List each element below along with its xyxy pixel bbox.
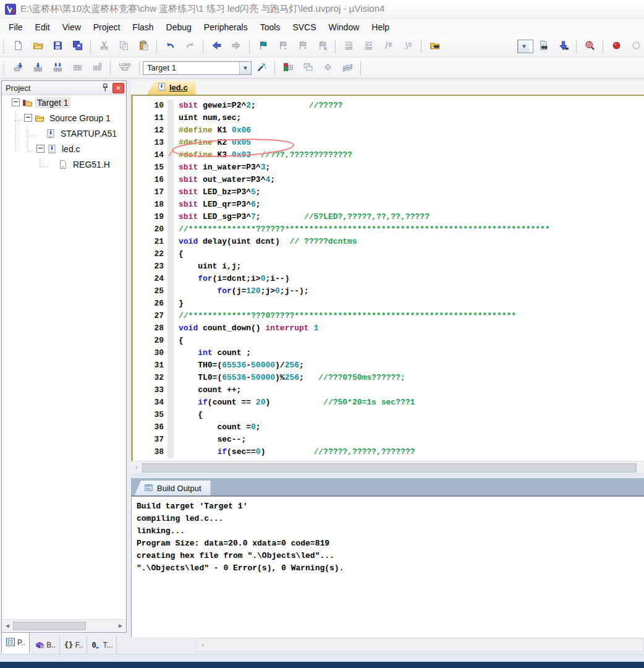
cut-button[interactable] [95,38,113,55]
panel-splitter[interactable] [131,473,644,477]
debug-session-button[interactable]: d [580,38,599,55]
navigate-back-button[interactable] [207,38,226,55]
scroll-left-icon[interactable]: ◄ [2,620,13,632]
indent-right-button[interactable] [359,38,378,55]
close-icon[interactable]: ✕ [112,83,124,93]
tree-item-target-1[interactable]: Target 1 [2,95,126,110]
scrollbar-thumb[interactable] [13,622,86,630]
panel-tab-f[interactable]: {}F.. [60,636,88,654]
paste-button[interactable] [134,38,153,55]
project-horizontal-scrollbar[interactable]: ◄ ► [2,619,126,632]
menu-view[interactable]: View [56,20,87,35]
project-tree[interactable]: Target 1Source Group 1STARTUP.A51led.cRE… [2,95,126,620]
quick-find-combo[interactable]: ▼ [517,40,533,53]
new-file-button[interactable] [9,38,27,55]
stop-build-button[interactable] [88,59,106,76]
find-next-button[interactable] [554,38,572,55]
menu-tools[interactable]: Tools [254,20,287,35]
chevron-down-icon[interactable]: ▼ [518,40,530,53]
scroll-left-icon[interactable]: ‹ [131,462,142,473]
window-cascade-button[interactable] [299,59,317,76]
scroll-right-icon[interactable]: ► [115,620,126,632]
panel-tab-label: P.. [17,638,25,647]
tab-led-c[interactable]: led.c [147,80,196,95]
comment-button[interactable] [379,38,397,55]
save-all-button[interactable] [68,38,87,55]
gutter-margin [167,149,174,161]
editor-horizontal-scrollbar[interactable]: ‹ [131,461,644,474]
menu-help[interactable]: Help [365,20,396,35]
panel-tab-b[interactable]: ?B.. [31,636,60,654]
rebuild-button[interactable] [48,59,67,76]
build-output-scrollbar[interactable]: ‹ [197,638,644,652]
menu-edit[interactable]: Edit [29,20,56,35]
redo-button[interactable] [180,38,199,55]
bookmark-next-button[interactable] [293,38,311,55]
navigate-forward-button[interactable] [227,38,245,55]
code-line-36: 36 count =0; [133,421,644,434]
tree-item-startup-a51[interactable]: STARTUP.A51 [2,126,126,141]
undo-button[interactable] [161,38,179,55]
target-options-icon [256,62,267,74]
code-text: for(i=dcnt;i>0;i--) [174,273,289,285]
scrollbar-thumb[interactable] [142,463,637,473]
tree-expander-minus[interactable] [36,145,44,153]
pin-icon[interactable] [100,83,111,93]
scroll-left-icon[interactable]: ‹ [197,640,208,651]
batch-build-button[interactable] [68,59,87,76]
code-line-32: 32 TL0=(65536-50000)%256; //???0?50ms???… [133,372,644,384]
line-number: 25 [133,285,167,298]
code-line-22: 22{ [133,248,644,260]
select-diamond-button[interactable] [318,59,337,76]
gutter-margin [167,137,174,149]
menu-svcs[interactable]: SVCS [286,20,322,35]
code-text: if(sec==0) //?????,?????,??????? [174,446,415,458]
tree-item-reg51-h[interactable]: REG51.H [2,156,126,172]
bookmark-clear-button[interactable] [313,38,331,55]
chevron-down-icon[interactable]: ▼ [239,62,251,74]
code-line-26: 26} [133,298,644,310]
toolbar-separator [421,40,422,53]
load-flash-button[interactable]: LOAD [114,59,135,76]
build-output-log[interactable]: Build target 'Target 1'compiling led.c..… [131,495,644,637]
code-editor[interactable]: 10sbit gewei=P2^2; //?????11uint num,sec… [131,95,644,461]
menu-flash[interactable]: Flash [126,20,159,35]
bookmark-next-icon [297,40,308,53]
tree-item-led-c[interactable]: led.c [2,141,126,156]
menu-window[interactable]: Window [323,20,366,35]
books-button[interactable] [338,59,357,76]
project-panel: Project ✕ Target 1Source Group 1STARTUP.… [1,80,127,633]
save-button[interactable] [48,38,67,55]
menu-project[interactable]: Project [87,20,127,35]
svg-text:d: d [587,41,591,48]
line-number: 29 [133,335,167,347]
uncomment-button[interactable] [399,38,417,55]
code-text: sbit LED_bz=P3^5; [174,186,261,199]
find-symbols-button[interactable] [534,38,553,55]
panel-tab-p[interactable]: P.. [1,632,30,654]
panel-tab-t[interactable]: 0T... [87,636,117,654]
target-select[interactable]: Target 1▼ [143,61,252,75]
menu-file[interactable]: File [2,20,29,35]
open-folder-button[interactable] [28,38,47,55]
menu-debug[interactable]: Debug [160,20,198,35]
code-line-33: 33 count ++; [133,384,644,396]
build-button[interactable] [28,59,47,76]
copy-button[interactable] [114,38,133,55]
tree-item-source-group-1[interactable]: Source Group 1 [2,110,126,126]
line-number: 35 [133,409,167,421]
find-in-files-button[interactable] [425,38,444,55]
tree-expander-minus[interactable] [12,98,20,106]
tab-build-output[interactable]: Build Output [134,481,211,496]
indent-left-button[interactable] [339,38,358,55]
svg-text:0: 0 [92,640,96,649]
breakpoint-disable-button[interactable] [627,38,644,55]
manage-components-button[interactable] [279,59,297,76]
breakpoint-toggle-button[interactable] [607,38,625,55]
bookmark-prev-button[interactable] [273,38,292,55]
menu-peripherals[interactable]: Peripherals [198,20,254,35]
translate-button[interactable] [9,59,27,76]
bookmark-toggle-button[interactable] [253,38,272,55]
target-options-button[interactable] [252,59,271,76]
tree-expander-minus[interactable] [24,114,32,122]
